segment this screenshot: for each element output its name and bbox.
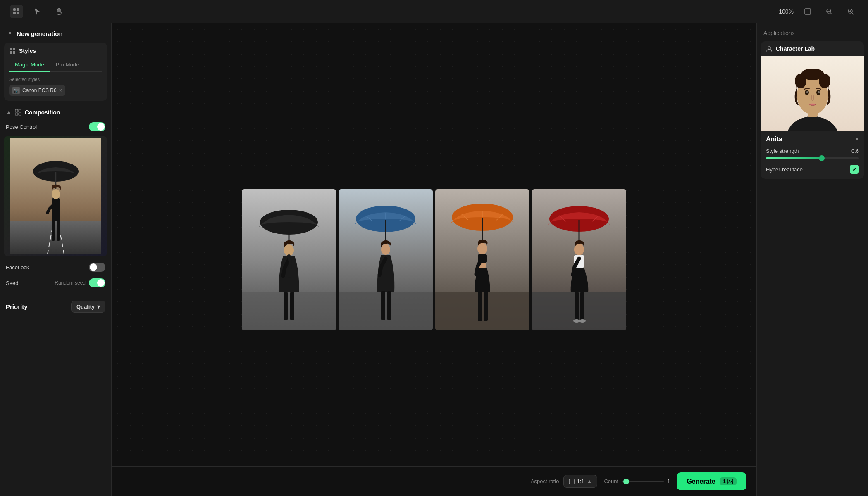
new-generation-title: New generation <box>17 30 63 37</box>
aspect-ratio-value: 1:1 <box>577 478 584 484</box>
composition-header[interactable]: ▲ Composition <box>4 106 107 119</box>
mode-tabs: Magic Mode Pro Mode <box>9 58 102 72</box>
remove-style-button[interactable]: × <box>59 88 62 93</box>
seed-label: Seed <box>6 280 18 286</box>
magic-mode-tab[interactable]: Magic Mode <box>9 58 50 72</box>
selected-styles-label: Selected styles <box>9 77 102 82</box>
svg-rect-2 <box>13 12 16 14</box>
dropdown-chevron-icon: ▾ <box>97 304 100 310</box>
generate-count-badge: 1 <box>720 477 737 485</box>
generated-image-4[interactable] <box>532 189 626 330</box>
main-canvas <box>112 23 756 496</box>
composition-title: Composition <box>25 109 60 116</box>
svg-rect-18 <box>15 113 18 115</box>
svg-rect-38 <box>339 292 433 330</box>
remove-character-button[interactable]: × <box>855 135 859 143</box>
pose-svg <box>10 138 101 254</box>
svg-rect-36 <box>290 292 294 320</box>
toolbar-right: 100% <box>779 4 858 19</box>
style-strength-slider[interactable] <box>766 157 859 159</box>
generated-image-1[interactable] <box>242 189 336 330</box>
style-strength-fill <box>766 157 822 159</box>
canon-eos-tag: 📷 Canon EOS R6 × <box>9 85 65 96</box>
svg-rect-42 <box>381 291 385 320</box>
svg-rect-12 <box>10 48 12 50</box>
right-panel: Applications Character Lab <box>756 23 868 496</box>
image-icon <box>727 479 733 484</box>
priority-dropdown[interactable]: Quality ▾ <box>71 301 105 313</box>
facelock-toggle[interactable] <box>89 263 105 272</box>
svg-point-76 <box>801 69 824 80</box>
seed-toggle[interactable] <box>89 278 105 287</box>
svg-rect-52 <box>484 291 488 321</box>
svg-rect-14 <box>10 51 12 54</box>
aspect-ratio-control: Aspect ratio 1:1 ▲ <box>531 475 598 488</box>
count-control: Count 1 <box>604 478 670 484</box>
zoom-level: 100% <box>779 8 794 15</box>
count-label: Count <box>604 478 618 484</box>
svg-line-6 <box>830 13 832 14</box>
svg-rect-1 <box>17 8 19 11</box>
aspect-ratio-button[interactable]: 1:1 ▲ <box>563 475 598 488</box>
hyper-real-row: Hyper-real face <box>766 165 859 174</box>
svg-rect-19 <box>19 113 21 115</box>
character-lab-title: Character Lab <box>776 45 815 52</box>
svg-line-9 <box>852 13 854 14</box>
svg-rect-54 <box>532 292 626 330</box>
zoom-out-button[interactable] <box>822 4 837 19</box>
style-tag-name: Canon EOS R6 <box>22 88 57 93</box>
facelock-label: FaceLock <box>6 264 29 271</box>
svg-point-41 <box>381 244 390 255</box>
pose-reference-image[interactable] <box>4 136 107 256</box>
fit-screen-button[interactable] <box>800 4 815 19</box>
priority-value: Quality <box>76 304 95 310</box>
style-strength-value: 0.6 <box>851 148 859 154</box>
aspect-ratio-icon <box>569 479 575 484</box>
svg-point-61 <box>573 319 580 323</box>
generated-image-3[interactable] <box>435 189 529 330</box>
character-lab-card: Character Lab <box>761 41 864 179</box>
hyper-real-label: Hyper-real face <box>766 166 803 173</box>
image-4-svg <box>532 189 626 330</box>
left-panel: New generation Styles Magic Mode Pro Mod… <box>0 23 112 496</box>
chevron-up-icon: ▲ <box>6 109 12 116</box>
svg-point-62 <box>579 319 586 323</box>
generate-count: 1 <box>723 478 726 484</box>
hyper-real-checkbox[interactable] <box>850 165 859 174</box>
aspect-ratio-label: Aspect ratio <box>531 478 559 484</box>
svg-rect-17 <box>19 109 21 112</box>
svg-rect-60 <box>580 292 584 321</box>
generate-button[interactable]: Generate 1 <box>677 472 746 490</box>
svg-rect-43 <box>387 291 391 320</box>
facelock-row: FaceLock <box>4 259 107 275</box>
hand-tool-button[interactable] <box>51 4 66 19</box>
app-logo[interactable] <box>10 5 23 18</box>
svg-point-34 <box>284 244 294 256</box>
svg-rect-31 <box>242 292 336 330</box>
anita-info: Anita × Style strength 0.6 Hyper-real fa… <box>761 131 864 179</box>
seed-row: Seed Random seed <box>4 275 107 291</box>
svg-point-73 <box>818 91 820 93</box>
count-slider[interactable] <box>622 481 664 482</box>
count-slider-thumb[interactable] <box>623 479 629 484</box>
styles-icon <box>9 47 16 54</box>
sparkle-icon <box>7 30 13 38</box>
zoom-in-button[interactable] <box>843 4 858 19</box>
svg-rect-0 <box>13 8 16 11</box>
pose-control-toggle[interactable] <box>89 122 105 131</box>
character-lab-header: Character Lab <box>761 41 864 56</box>
camera-icon: 📷 <box>12 87 20 94</box>
style-strength-thumb[interactable] <box>819 155 825 161</box>
cursor-tool-button[interactable] <box>30 4 45 19</box>
styles-block: Styles Magic Mode Pro Mode Selected styl… <box>4 43 107 101</box>
svg-rect-16 <box>15 109 18 112</box>
style-strength-row: Style strength 0.6 <box>766 148 859 154</box>
svg-rect-21 <box>10 221 101 254</box>
priority-row: Priority Quality ▾ <box>0 296 111 316</box>
generated-image-2[interactable] <box>339 189 433 330</box>
generate-label: Generate <box>687 478 715 485</box>
svg-point-72 <box>806 91 808 93</box>
svg-rect-35 <box>284 292 288 320</box>
svg-rect-59 <box>575 292 579 321</box>
pro-mode-tab[interactable]: Pro Mode <box>50 58 85 72</box>
